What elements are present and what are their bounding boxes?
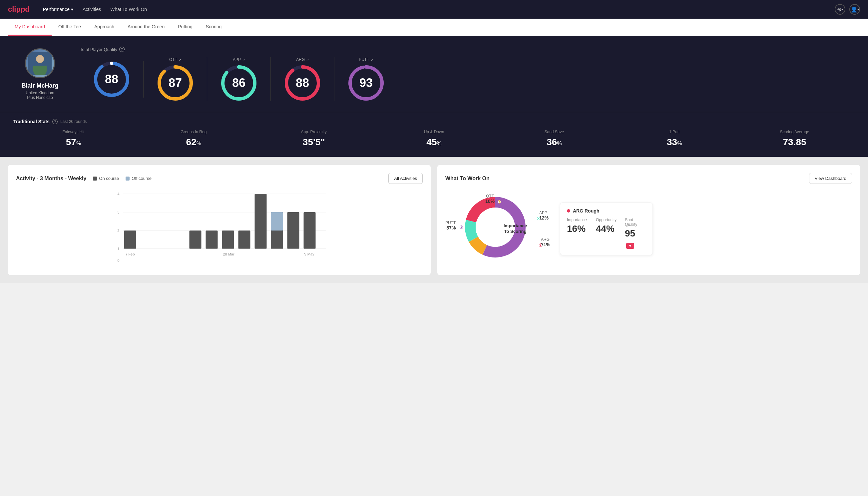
player-country: United Kingdom bbox=[26, 91, 54, 95]
svg-text:3: 3 bbox=[117, 210, 119, 214]
ott-value: 87 bbox=[169, 76, 182, 90]
app-label: APP ↗ bbox=[233, 57, 245, 62]
metric-shot-quality: Shot Quality 95 ▼ bbox=[625, 218, 646, 249]
arrow-icon: ↗ bbox=[371, 58, 373, 62]
svg-rect-42 bbox=[271, 231, 283, 249]
opportunity-label: Opportunity bbox=[596, 218, 617, 222]
putt-label: PUTT ↗ bbox=[359, 57, 373, 62]
svg-text:1: 1 bbox=[117, 247, 119, 251]
arg-value: 88 bbox=[296, 76, 309, 90]
stat-name: 1 Putt bbox=[614, 129, 735, 134]
stats-subtitle: Last 20 rounds bbox=[60, 119, 86, 124]
stat-up-and-down: Up & Down 45% bbox=[374, 129, 494, 148]
importance-label: Importance bbox=[567, 218, 588, 222]
tab-scoring[interactable]: Scoring bbox=[199, 19, 228, 36]
app-donut-label: APP 12% bbox=[539, 211, 549, 220]
legend-dot-on-course bbox=[93, 176, 97, 181]
view-dashboard-button[interactable]: View Dashboard bbox=[809, 173, 852, 184]
svg-rect-3 bbox=[33, 66, 47, 71]
hero-section: Blair McHarg United Kingdom Plus Handica… bbox=[0, 36, 868, 112]
svg-point-19 bbox=[364, 65, 368, 68]
svg-rect-36 bbox=[206, 231, 218, 249]
svg-rect-44 bbox=[287, 212, 299, 249]
arg-connector-dot bbox=[539, 244, 542, 247]
overall-value: 88 bbox=[105, 72, 118, 86]
avatar bbox=[25, 48, 55, 78]
nav-right: ⊕ ▾ 👤 ▾ bbox=[835, 4, 860, 15]
score-arg: ARG ↗ 88 bbox=[271, 57, 334, 101]
stat-1-putt: 1 Putt 33% bbox=[614, 129, 735, 148]
metric-row: Importance 16% Opportunity 44% Shot Qual… bbox=[567, 218, 646, 249]
svg-text:4: 4 bbox=[117, 192, 119, 196]
arrow-icon: ↗ bbox=[178, 58, 181, 62]
nav-links: Performance ▾ Activities What To Work On bbox=[43, 7, 147, 12]
nav-performance[interactable]: Performance ▾ bbox=[43, 7, 73, 12]
stat-scoring-average: Scoring Average 73.85 bbox=[735, 129, 855, 148]
nav-what-to-work-on[interactable]: What To Work On bbox=[110, 7, 147, 12]
help-icon[interactable]: ? bbox=[52, 119, 58, 124]
nav-activities[interactable]: Activities bbox=[83, 7, 101, 12]
player-info: Blair McHarg United Kingdom Plus Handica… bbox=[13, 48, 67, 100]
tab-approach[interactable]: Approach bbox=[88, 19, 121, 36]
stat-value: 45% bbox=[374, 137, 494, 148]
stat-name: Fairways Hit bbox=[13, 129, 133, 134]
player-name: Blair McHarg bbox=[21, 82, 58, 89]
ott-label: OTT ↗ bbox=[169, 57, 181, 62]
app-ring: 86 bbox=[221, 65, 257, 101]
stats-title: Traditional Stats bbox=[13, 119, 50, 124]
user-icon: 👤 bbox=[851, 6, 857, 13]
arg-ring: 88 bbox=[284, 65, 321, 101]
ott-connector-dot bbox=[498, 201, 501, 203]
stat-value: 62% bbox=[133, 137, 254, 148]
overall-ring: 88 bbox=[93, 61, 130, 98]
score-app: APP ↗ 86 bbox=[207, 57, 271, 101]
arg-label: ARG ↗ bbox=[296, 57, 309, 62]
stat-name: App. Proximity bbox=[254, 129, 374, 134]
arg-donut-label: ARG 21% bbox=[541, 237, 550, 247]
chart-legend: On course Off course bbox=[93, 176, 152, 181]
help-icon[interactable]: ? bbox=[119, 47, 125, 52]
stat-name: Greens In Reg bbox=[133, 129, 254, 134]
metric-card-title: ARG Rough bbox=[567, 208, 646, 214]
activity-panel: Activity - 3 Months - Weekly On course O… bbox=[8, 165, 431, 275]
tab-around-the-green[interactable]: Around the Green bbox=[121, 19, 171, 36]
stats-grid: Fairways Hit 57% Greens In Reg 62% App. … bbox=[13, 129, 855, 148]
stat-value: 57% bbox=[13, 137, 133, 148]
svg-point-13 bbox=[237, 65, 240, 68]
svg-rect-39 bbox=[255, 194, 267, 249]
svg-rect-43 bbox=[271, 212, 283, 231]
putt-donut-label: PUTT 57% bbox=[445, 220, 456, 231]
chevron-down-icon: ▾ bbox=[71, 7, 73, 12]
tab-off-the-tee[interactable]: Off the Tee bbox=[52, 19, 88, 36]
tab-putting[interactable]: Putting bbox=[171, 19, 199, 36]
user-menu-button[interactable]: 👤 ▾ bbox=[849, 4, 860, 15]
stat-value: 33% bbox=[614, 137, 735, 148]
tab-my-dashboard[interactable]: My Dashboard bbox=[8, 19, 52, 36]
add-button[interactable]: ⊕ ▾ bbox=[835, 4, 845, 15]
importance-value: 16% bbox=[567, 223, 588, 234]
activity-chart: 4 3 2 1 0 bbox=[16, 190, 423, 264]
activity-panel-header: Activity - 3 Months - Weekly On course O… bbox=[16, 173, 423, 184]
stat-fairways-hit: Fairways Hit 57% bbox=[13, 129, 133, 148]
all-activities-button[interactable]: All Activities bbox=[388, 173, 423, 184]
metric-dot bbox=[567, 209, 570, 213]
stat-value: 73.85 bbox=[735, 137, 855, 148]
svg-point-7 bbox=[110, 62, 113, 65]
stat-app-proximity: App. Proximity 35'5" bbox=[254, 129, 374, 148]
svg-text:2: 2 bbox=[117, 229, 119, 233]
app-logo[interactable]: clippd bbox=[8, 5, 30, 14]
legend-dot-off-course bbox=[126, 176, 129, 181]
svg-point-10 bbox=[174, 65, 177, 68]
stat-value: 35'5" bbox=[254, 137, 374, 148]
metric-card: ARG Rough Importance 16% Opportunity 44%… bbox=[560, 203, 653, 255]
shot-quality-label: Shot Quality bbox=[625, 218, 646, 227]
stat-value: 36% bbox=[494, 137, 614, 148]
score-rings: 88 OTT ↗ 87 bbox=[80, 57, 855, 101]
metric-importance: Importance 16% bbox=[567, 218, 588, 249]
arrow-icon: ↗ bbox=[306, 58, 309, 62]
app-value: 86 bbox=[232, 76, 246, 90]
svg-rect-38 bbox=[238, 231, 251, 249]
work-panel-title: What To Work On bbox=[445, 175, 490, 182]
donut-center-text: Importance To Scoring bbox=[504, 223, 527, 234]
activity-panel-title: Activity - 3 Months - Weekly bbox=[16, 175, 86, 182]
